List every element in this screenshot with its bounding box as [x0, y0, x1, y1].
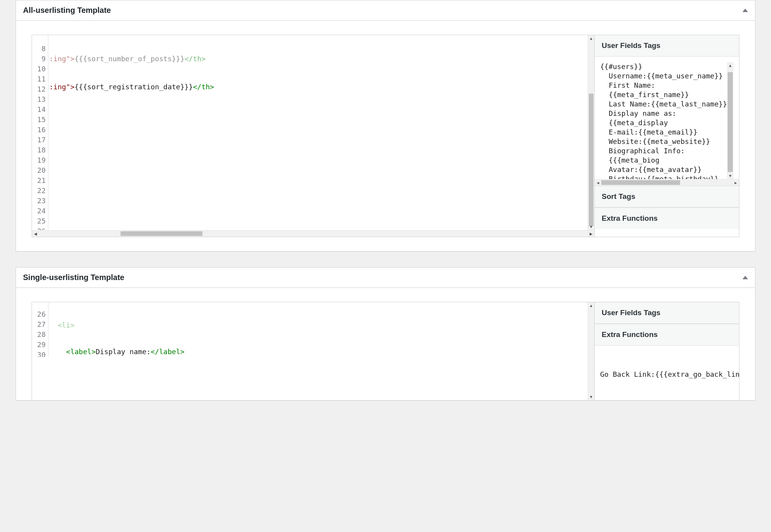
tag-line[interactable]: Username:{{meta_user_name}} [609, 71, 734, 81]
scroll-left-icon[interactable]: ◀ [32, 231, 39, 237]
editor-wrap: 8 9 10 11 12 13 14 15 16 17 18 19 [32, 35, 739, 237]
scroll-up-icon[interactable]: ▲ [588, 35, 594, 42]
panel-title: All-userlisting Template [23, 6, 111, 15]
tags-horizontal-scrollbar[interactable]: ◀ ▶ [595, 179, 739, 186]
tag-line[interactable]: Website:{{meta_website}} [609, 137, 734, 146]
tags-open: {{#users}} [600, 62, 734, 71]
scroll-thumb[interactable] [728, 72, 733, 172]
code-editor[interactable]: 8 9 10 11 12 13 14 15 16 17 18 19 [32, 35, 595, 237]
all-userlisting-header[interactable]: All-userlisting Template [16, 0, 755, 21]
scroll-right-icon[interactable]: ▶ [588, 231, 594, 237]
line-gutter: 26 27 28 29 30 [32, 302, 48, 357]
all-userlisting-body: 8 9 10 11 12 13 14 15 16 17 18 19 [16, 21, 755, 251]
tags-sidebar: User Fields Tags {{#users}} Username:{{m… [595, 35, 739, 237]
extra-functions-header[interactable]: Extra Functions [595, 324, 739, 346]
scroll-right-icon[interactable]: ▶ [732, 179, 739, 186]
tag-line[interactable]: Avatar:{{meta_avatar}} [609, 165, 734, 174]
tag-line[interactable]: First Name:{{meta_first_name}} [609, 81, 734, 99]
tag-line[interactable]: Last Name:{{meta_last_name}} [609, 99, 734, 109]
code-content[interactable]: :ing">{{{sort_number_of_posts}}}</th> :i… [48, 35, 594, 230]
tags-vertical-scrollbar[interactable]: ▲ ▼ [727, 62, 734, 179]
tags-sidebar: User Fields Tags Extra Functions Go Back… [595, 302, 739, 400]
editor-wrap: 26 27 28 29 30 <li> <label>Display name:… [32, 302, 739, 400]
scroll-down-icon[interactable]: ▼ [588, 223, 594, 230]
tag-line[interactable]: Display name as:{{meta_display [609, 109, 734, 128]
single-userlisting-body: 26 27 28 29 30 <li> <label>Display name:… [16, 288, 755, 400]
extra-functions-body: Go Back Link:{{{extra_go_back_link [595, 346, 739, 400]
single-userlisting-metabox: Single-userlisting Template 26 27 28 29 … [16, 267, 755, 401]
code-content[interactable]: <li> <label>Display name:</label> <span>… [48, 302, 594, 357]
line-gutter: 8 9 10 11 12 13 14 15 16 17 18 19 [32, 35, 48, 230]
tag-line[interactable]: E-mail:{{meta_email}} [609, 128, 734, 137]
editor-horizontal-scrollbar[interactable]: ◀ ▶ [32, 230, 594, 237]
collapse-icon[interactable] [743, 9, 748, 12]
scroll-thumb[interactable] [601, 180, 680, 185]
extra-functions-header[interactable]: Extra Functions [595, 207, 739, 229]
scroll-thumb[interactable] [121, 231, 203, 236]
scroll-down-icon[interactable]: ▼ [588, 394, 594, 400]
collapse-icon[interactable] [743, 276, 748, 279]
single-userlisting-header[interactable]: Single-userlisting Template [16, 268, 755, 288]
scroll-up-icon[interactable]: ▲ [588, 302, 594, 309]
user-fields-tags-header[interactable]: User Fields Tags [595, 302, 739, 324]
user-fields-tags-header[interactable]: User Fields Tags [595, 35, 739, 57]
all-userlisting-metabox: All-userlisting Template 8 9 10 11 12 [16, 0, 755, 252]
code-editor[interactable]: 26 27 28 29 30 <li> <label>Display name:… [32, 302, 595, 400]
tag-line[interactable]: Go Back Link:{{{extra_go_back_link [600, 370, 734, 379]
user-fields-tags-body: {{#users}} Username:{{meta_user_name}} F… [595, 57, 739, 186]
tag-line[interactable]: Birthday:{{meta_birthday}} [609, 174, 734, 179]
editor-vertical-scrollbar[interactable]: ▲ ▼ [588, 35, 594, 230]
scroll-down-icon[interactable]: ▼ [727, 172, 734, 179]
scroll-up-icon[interactable]: ▲ [727, 62, 734, 69]
panel-title: Single-userlisting Template [23, 273, 124, 282]
scroll-left-icon[interactable]: ◀ [595, 179, 601, 186]
scroll-thumb[interactable] [589, 94, 593, 226]
editor-vertical-scrollbar[interactable]: ▲ ▼ [588, 302, 594, 400]
sort-tags-header[interactable]: Sort Tags [595, 186, 739, 207]
tag-line[interactable]: Biographical Info:{{{meta_biog [609, 146, 734, 165]
